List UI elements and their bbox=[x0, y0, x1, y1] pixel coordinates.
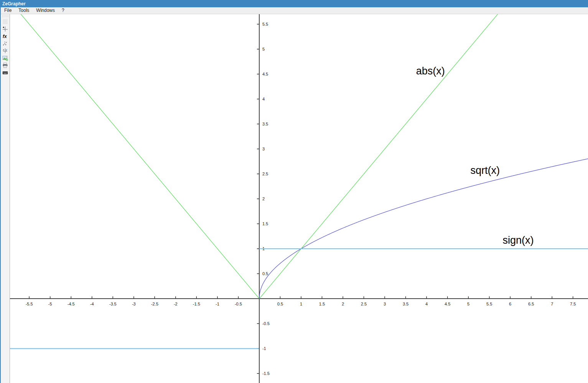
x-tick-label: -4.5 bbox=[68, 302, 75, 306]
keyboard-icon bbox=[2, 70, 8, 76]
x-tick-label: 4 bbox=[425, 302, 428, 306]
svg-text:x: x bbox=[3, 48, 5, 51]
plot-area[interactable]: -5.5-5-4.5-4-3.5-3-2.5-2-1.5-1-0.50.511.… bbox=[10, 14, 588, 383]
toolbar-button-grid bbox=[2, 18, 9, 25]
x-tick-label: 6 bbox=[509, 302, 511, 306]
menu-item-windows[interactable]: Windows bbox=[33, 7, 58, 14]
y-tick-label: -0.5 bbox=[262, 321, 270, 326]
curve-abs bbox=[10, 14, 588, 299]
functions-fx-icon: fx bbox=[2, 33, 8, 39]
toolbar-button-export-image[interactable] bbox=[2, 54, 9, 62]
x-tick-label: 5.5 bbox=[486, 302, 492, 306]
xy-range-icon: xy bbox=[2, 48, 8, 54]
x-tick-label: -1.5 bbox=[193, 302, 200, 306]
toolbar-button-range[interactable]: xy bbox=[2, 47, 9, 54]
print-icon bbox=[2, 63, 8, 68]
toolbar-button-values[interactable] bbox=[2, 40, 9, 47]
values-scatter-icon bbox=[2, 41, 8, 46]
curve-sqrt bbox=[259, 159, 588, 299]
curve-label-abs[interactable]: abs(x) bbox=[416, 65, 445, 77]
x-tick-label: 4.5 bbox=[445, 302, 450, 306]
toolbar-button-keyboard[interactable] bbox=[2, 69, 9, 76]
toolbar-drag-handle[interactable] bbox=[2, 15, 9, 17]
x-tick-label: 5 bbox=[467, 302, 469, 306]
x-tick-label: 3 bbox=[384, 302, 386, 306]
x-tick-label: 6.5 bbox=[528, 302, 534, 306]
x-tick-label: -2.5 bbox=[151, 302, 158, 306]
y-tick-label: 3.5 bbox=[262, 122, 268, 126]
toolbar-button-print[interactable] bbox=[2, 62, 9, 69]
y-tick-label: 1.5 bbox=[262, 221, 268, 226]
export-image-icon bbox=[2, 55, 8, 61]
curve-label-sqrt[interactable]: sqrt(x) bbox=[471, 165, 500, 176]
menu-item-help[interactable]: ? bbox=[58, 7, 68, 14]
x-tick-label: 2 bbox=[342, 302, 344, 306]
y-tick-label: 4.5 bbox=[262, 72, 268, 76]
x-tick-label: -3.5 bbox=[109, 302, 117, 306]
x-tick-label: 7.5 bbox=[570, 302, 576, 306]
titlebar[interactable]: ZeGrapher bbox=[0, 0, 588, 7]
x-tick-label: 1 bbox=[300, 302, 302, 306]
x-tick-label: 3.5 bbox=[403, 302, 408, 306]
y-tick-label: 5.5 bbox=[262, 22, 268, 26]
x-tick-label: -3 bbox=[132, 302, 136, 306]
y-tick-label: 5 bbox=[262, 47, 265, 51]
menubar: FileToolsWindows? bbox=[0, 7, 588, 14]
x-tick-label: -5 bbox=[48, 302, 52, 306]
x-tick-label: -2 bbox=[174, 302, 178, 306]
toolbar: fxxy bbox=[1, 14, 10, 383]
toolbar-button-functions[interactable]: fx bbox=[2, 33, 9, 40]
y-tick-label: 2 bbox=[262, 196, 265, 201]
x-tick-label: -1 bbox=[216, 302, 219, 306]
svg-text:fx: fx bbox=[3, 34, 7, 39]
y-tick-label: -1.5 bbox=[262, 371, 270, 376]
toolbar-button-axes[interactable] bbox=[2, 25, 9, 33]
curve-label-sign[interactable]: sign(x) bbox=[503, 234, 534, 246]
y-tick-label: 3 bbox=[262, 147, 265, 151]
x-tick-label: 7 bbox=[551, 302, 553, 306]
y-tick-label: -1 bbox=[262, 346, 266, 351]
grid-icon bbox=[2, 19, 8, 25]
menu-item-tools[interactable]: Tools bbox=[15, 7, 33, 14]
axes-settings-icon bbox=[2, 26, 8, 32]
x-tick-label: 1.5 bbox=[319, 302, 325, 306]
x-tick-label: -5.5 bbox=[26, 302, 33, 306]
x-tick-label: 2.5 bbox=[361, 302, 367, 306]
window-left-border bbox=[0, 7, 1, 383]
graph-canvas[interactable]: -5.5-5-4.5-4-3.5-3-2.5-2-1.5-1-0.50.511.… bbox=[10, 14, 588, 383]
y-tick-label: 4 bbox=[262, 97, 265, 101]
y-tick-label: 0.5 bbox=[262, 271, 268, 276]
x-tick-label: 0.5 bbox=[277, 302, 283, 306]
y-tick-label: 2.5 bbox=[262, 172, 268, 176]
svg-text:y: y bbox=[5, 48, 7, 51]
x-tick-label: -4 bbox=[90, 302, 94, 306]
window-title: ZeGrapher bbox=[2, 1, 26, 7]
menu-item-file[interactable]: File bbox=[1, 7, 15, 14]
x-tick-label: -0.5 bbox=[235, 302, 242, 306]
